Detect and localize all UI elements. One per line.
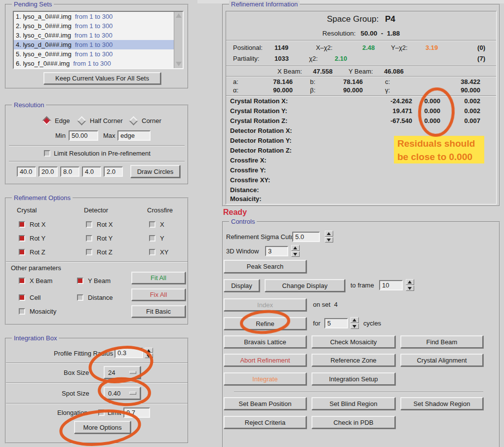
spot-size-value: 0.40 bbox=[108, 390, 120, 397]
crossfire-xy-checkbox[interactable] bbox=[149, 249, 155, 255]
scroll-down-icon[interactable] bbox=[175, 61, 182, 68]
half-corner-radio[interactable] bbox=[77, 116, 86, 125]
detector-rot-z-checkbox[interactable] bbox=[86, 249, 92, 255]
index-button[interactable]: Index bbox=[224, 298, 307, 311]
spin-down-icon[interactable] bbox=[145, 353, 153, 358]
corner-radio[interactable] bbox=[129, 116, 138, 125]
y-beam-checkbox[interactable] bbox=[77, 278, 83, 284]
keep-current-values-button[interactable]: Keep Current Values For All Sets bbox=[43, 72, 161, 84]
spin-up-icon[interactable] bbox=[291, 245, 300, 251]
profile-fitting-radius-input[interactable]: 0.3 bbox=[115, 348, 143, 358]
circle-value-4-input[interactable]: 4.0 bbox=[82, 166, 101, 177]
divider bbox=[6, 363, 188, 364]
half-corner-radio-label: Half Corner bbox=[90, 117, 122, 124]
x-beam-value: 47.558 bbox=[313, 68, 333, 75]
spin-up-icon[interactable] bbox=[350, 317, 359, 323]
list-item[interactable]: 6. lyso_f_0###.imgfrom 1 to 300 bbox=[14, 59, 174, 68]
crystal-rot-z-checkbox[interactable] bbox=[19, 249, 25, 255]
circle-value-1-input[interactable]: 40.0 bbox=[17, 166, 36, 177]
edge-radio[interactable] bbox=[42, 116, 51, 125]
set-blind-region-button[interactable]: Set Blind Region bbox=[311, 397, 395, 410]
bravais-lattice-button[interactable]: Bravais Lattice bbox=[224, 335, 307, 348]
circle-value-2-input[interactable]: 20.0 bbox=[39, 166, 58, 177]
elongation-limit-input[interactable]: 0.7 bbox=[123, 407, 150, 418]
spin-down-icon[interactable] bbox=[406, 285, 414, 291]
reference-zone-button[interactable]: Reference Zone bbox=[311, 354, 395, 366]
check-in-pdb-button[interactable]: Check in PDB bbox=[311, 416, 395, 429]
table-row: Mosaicity: bbox=[230, 195, 492, 204]
window3d-spinner[interactable] bbox=[291, 245, 300, 257]
crystal-rot-x-checkbox[interactable] bbox=[19, 221, 25, 228]
table-row: Crossfire X: bbox=[230, 157, 492, 165]
cycles-spinner[interactable] bbox=[350, 317, 359, 329]
detector-rot-x-checkbox[interactable] bbox=[86, 221, 92, 228]
spot-size-dropdown[interactable]: 0.40 bbox=[104, 387, 141, 400]
scroll-up-icon[interactable] bbox=[175, 12, 182, 19]
find-beam-button[interactable]: Find Beam bbox=[400, 335, 483, 348]
set-beam-position-button[interactable]: Set Beam Position bbox=[224, 397, 307, 410]
sigma-cutoff-input[interactable]: 5.0 bbox=[292, 232, 320, 242]
x-beam-checkbox[interactable] bbox=[19, 278, 25, 284]
distance-checkbox[interactable] bbox=[77, 294, 83, 301]
corner-radio-label: Corner bbox=[142, 117, 161, 124]
divider bbox=[226, 95, 496, 96]
spin-up-icon[interactable] bbox=[325, 231, 333, 237]
set-shadow-region-button[interactable]: Set Shadow Region bbox=[400, 397, 483, 410]
list-item[interactable]: 1. lyso_a_0###.imgfrom 1 to 300 bbox=[14, 12, 174, 21]
circle-value-3-input[interactable]: 8.0 bbox=[60, 166, 79, 177]
crystal-rot-y-checkbox[interactable] bbox=[19, 235, 25, 242]
min-resolution-input[interactable]: 50.00 bbox=[69, 130, 98, 141]
fit-basic-button[interactable]: Fit Basic bbox=[131, 305, 186, 318]
elongation-checkbox[interactable] bbox=[98, 409, 105, 416]
list-item[interactable]: 2. lyso_b_0###.imgfrom 1 to 300 bbox=[14, 21, 174, 31]
list-item[interactable]: 5. lyso_e_0###.imgfrom 1 to 300 bbox=[14, 49, 174, 59]
circle-value-5-input[interactable]: 2.0 bbox=[104, 166, 123, 177]
cycles-input[interactable]: 5 bbox=[324, 318, 348, 328]
abort-refinement-button[interactable]: Abort Refinement bbox=[224, 354, 307, 366]
refine-button[interactable]: Refine bbox=[224, 317, 307, 330]
crossfire-xy-label: XY bbox=[160, 248, 168, 256]
mosaicity-checkbox[interactable] bbox=[19, 308, 25, 315]
pending-sets-title: Pending Sets bbox=[12, 0, 54, 8]
spin-down-icon[interactable] bbox=[325, 237, 333, 243]
crossfire-y-checkbox[interactable] bbox=[149, 235, 155, 242]
status-text: Ready bbox=[223, 208, 247, 217]
to-frame-spinner[interactable] bbox=[406, 279, 414, 291]
integrate-button[interactable]: Integrate bbox=[224, 372, 307, 385]
more-options-button[interactable]: More Options bbox=[74, 421, 131, 434]
profile-fitting-radius-label: Profile Fitting Radius bbox=[54, 350, 113, 357]
sigma-cutoff-spinner[interactable] bbox=[325, 231, 333, 243]
peak-search-button[interactable]: Peak Search bbox=[224, 260, 307, 273]
detector-column-header: Detector bbox=[84, 206, 108, 214]
draw-circles-button[interactable]: Draw Circles bbox=[130, 165, 180, 178]
spin-down-icon[interactable] bbox=[291, 251, 300, 257]
display-button[interactable]: Display bbox=[224, 279, 260, 292]
crossfire-x-checkbox[interactable] bbox=[149, 221, 155, 228]
box-size-value: 24 bbox=[108, 369, 115, 376]
check-mosaicity-button[interactable]: Check Mosaicity bbox=[311, 335, 395, 348]
limit-resolution-checkbox[interactable] bbox=[44, 150, 50, 157]
fit-all-button[interactable]: Fit All bbox=[131, 272, 186, 284]
max-resolution-input[interactable]: edge bbox=[117, 130, 151, 141]
to-frame-input[interactable]: 10 bbox=[379, 280, 403, 290]
profile-fitting-radius-spinner[interactable] bbox=[145, 348, 153, 358]
detector-rot-y-checkbox[interactable] bbox=[86, 235, 92, 242]
list-item-selected[interactable]: 4. lyso_d_0###.imgfrom 1 to 300 bbox=[14, 40, 174, 49]
spin-up-icon[interactable] bbox=[145, 348, 153, 353]
fix-all-button[interactable]: Fix All bbox=[131, 288, 186, 301]
spin-up-icon[interactable] bbox=[406, 279, 414, 285]
crystal-alignment-button[interactable]: Crystal Alignment bbox=[400, 354, 483, 366]
window3d-input[interactable]: 3 bbox=[265, 246, 288, 256]
box-size-dropdown[interactable]: 24 bbox=[104, 366, 141, 379]
spin-down-icon[interactable] bbox=[350, 324, 359, 329]
integration-setup-button[interactable]: Integration Setup bbox=[311, 372, 395, 385]
reject-criteria-button[interactable]: Reject Criteria bbox=[224, 416, 307, 429]
cell-a-label: a: bbox=[233, 78, 238, 85]
partiality-row: Partiality: 1033 χ2: 2.10 (7) bbox=[230, 55, 492, 64]
y-chi2-value: 3.19 bbox=[426, 44, 438, 51]
change-display-button[interactable]: Change Display bbox=[265, 279, 345, 292]
vertical-scrollbar[interactable] bbox=[174, 12, 183, 68]
list-item[interactable]: 3. lyso_c_0###.imgfrom 1 to 300 bbox=[14, 31, 174, 40]
cell-checkbox[interactable] bbox=[19, 294, 25, 301]
divider bbox=[6, 382, 188, 383]
